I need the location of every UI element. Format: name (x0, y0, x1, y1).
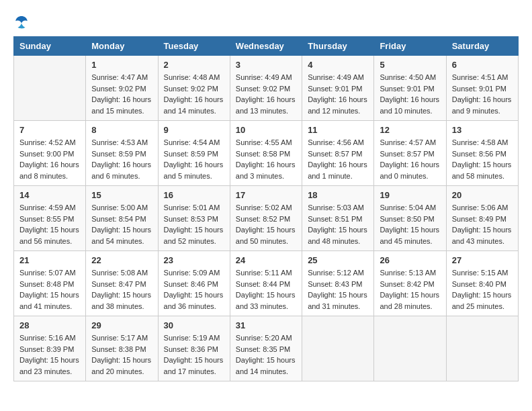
day-info: Sunrise: 4:51 AMSunset: 9:01 PMDaylight:… (452, 72, 513, 116)
day-number: 19 (380, 190, 440, 200)
day-number: 4 (308, 60, 368, 70)
day-info: Sunrise: 5:19 AMSunset: 8:36 PMDaylight:… (164, 332, 224, 377)
header-day-sunday: Sunday (14, 37, 86, 56)
week-row-4: 28Sunrise: 5:16 AMSunset: 8:39 PMDayligh… (14, 316, 519, 381)
header-day-saturday: Saturday (446, 37, 518, 56)
calendar-cell: 31Sunrise: 5:20 AMSunset: 8:35 PMDayligh… (230, 316, 302, 381)
header-day-wednesday: Wednesday (230, 37, 302, 56)
calendar-cell: 20Sunrise: 5:06 AMSunset: 8:49 PMDayligh… (446, 186, 518, 251)
day-info: Sunrise: 5:00 AMSunset: 8:54 PMDaylight:… (91, 202, 152, 246)
calendar-cell: 26Sunrise: 5:13 AMSunset: 8:42 PMDayligh… (374, 251, 446, 316)
calendar-cell: 7Sunrise: 4:52 AMSunset: 9:00 PMDaylight… (14, 121, 86, 186)
day-number: 13 (452, 125, 513, 135)
day-info: Sunrise: 5:09 AMSunset: 8:46 PMDaylight:… (164, 267, 224, 312)
day-number: 20 (452, 190, 513, 200)
calendar-cell: 9Sunrise: 4:54 AMSunset: 8:59 PMDaylight… (158, 121, 230, 186)
day-number: 24 (236, 255, 296, 265)
day-number: 23 (164, 255, 224, 265)
day-number: 11 (308, 125, 368, 135)
day-number: 29 (91, 320, 152, 330)
day-info: Sunrise: 4:53 AMSunset: 8:59 PMDaylight:… (91, 137, 152, 181)
week-row-2: 14Sunrise: 4:59 AMSunset: 8:55 PMDayligh… (14, 186, 519, 251)
day-number: 30 (164, 320, 224, 330)
day-number: 6 (452, 60, 513, 70)
day-info: Sunrise: 4:49 AMSunset: 9:02 PMDaylight:… (236, 72, 296, 116)
logo (13, 13, 32, 30)
calendar-table: SundayMondayTuesdayWednesdayThursdayFrid… (13, 36, 519, 381)
calendar-cell: 25Sunrise: 5:12 AMSunset: 8:43 PMDayligh… (302, 251, 374, 316)
calendar-cell: 22Sunrise: 5:08 AMSunset: 8:47 PMDayligh… (86, 251, 158, 316)
day-info: Sunrise: 4:59 AMSunset: 8:55 PMDaylight:… (19, 202, 80, 246)
day-number: 21 (19, 255, 80, 265)
week-row-3: 21Sunrise: 5:07 AMSunset: 8:48 PMDayligh… (14, 251, 519, 316)
week-row-0: 1Sunrise: 4:47 AMSunset: 9:02 PMDaylight… (14, 56, 519, 121)
day-number: 12 (380, 125, 440, 135)
week-row-1: 7Sunrise: 4:52 AMSunset: 9:00 PMDaylight… (14, 121, 519, 186)
calendar-cell: 3Sunrise: 4:49 AMSunset: 9:02 PMDaylight… (230, 56, 302, 121)
day-info: Sunrise: 4:54 AMSunset: 8:59 PMDaylight:… (164, 137, 224, 181)
calendar-cell: 18Sunrise: 5:03 AMSunset: 8:51 PMDayligh… (302, 186, 374, 251)
calendar-cell: 19Sunrise: 5:04 AMSunset: 8:50 PMDayligh… (374, 186, 446, 251)
day-number: 14 (19, 190, 80, 200)
calendar-cell: 5Sunrise: 4:50 AMSunset: 9:01 PMDaylight… (374, 56, 446, 121)
calendar-cell (374, 316, 446, 381)
day-info: Sunrise: 5:04 AMSunset: 8:50 PMDaylight:… (380, 202, 440, 246)
day-info: Sunrise: 5:13 AMSunset: 8:42 PMDaylight:… (380, 267, 440, 312)
day-info: Sunrise: 4:58 AMSunset: 8:56 PMDaylight:… (452, 137, 513, 181)
day-info: Sunrise: 5:16 AMSunset: 8:39 PMDaylight:… (19, 332, 80, 377)
day-number: 2 (164, 60, 224, 70)
day-number: 9 (164, 125, 224, 135)
calendar-cell: 12Sunrise: 4:57 AMSunset: 8:57 PMDayligh… (374, 121, 446, 186)
day-number: 8 (91, 125, 152, 135)
day-info: Sunrise: 5:06 AMSunset: 8:49 PMDaylight:… (452, 202, 513, 246)
calendar-cell: 14Sunrise: 4:59 AMSunset: 8:55 PMDayligh… (14, 186, 86, 251)
day-info: Sunrise: 4:56 AMSunset: 8:57 PMDaylight:… (308, 137, 368, 181)
calendar-cell: 13Sunrise: 4:58 AMSunset: 8:56 PMDayligh… (446, 121, 518, 186)
calendar-cell: 24Sunrise: 5:11 AMSunset: 8:44 PMDayligh… (230, 251, 302, 316)
day-info: Sunrise: 4:52 AMSunset: 9:00 PMDaylight:… (19, 137, 80, 181)
calendar-cell: 28Sunrise: 5:16 AMSunset: 8:39 PMDayligh… (14, 316, 86, 381)
calendar-cell: 23Sunrise: 5:09 AMSunset: 8:46 PMDayligh… (158, 251, 230, 316)
day-info: Sunrise: 4:57 AMSunset: 8:57 PMDaylight:… (380, 137, 440, 181)
day-number: 27 (452, 255, 513, 265)
day-number: 25 (308, 255, 368, 265)
header-day-thursday: Thursday (302, 37, 374, 56)
calendar-cell: 29Sunrise: 5:17 AMSunset: 8:38 PMDayligh… (86, 316, 158, 381)
calendar-cell: 8Sunrise: 4:53 AMSunset: 8:59 PMDaylight… (86, 121, 158, 186)
day-info: Sunrise: 5:07 AMSunset: 8:48 PMDaylight:… (19, 267, 80, 312)
calendar-cell: 30Sunrise: 5:19 AMSunset: 8:36 PMDayligh… (158, 316, 230, 381)
header-day-tuesday: Tuesday (158, 37, 230, 56)
page-header (13, 13, 519, 30)
day-info: Sunrise: 5:11 AMSunset: 8:44 PMDaylight:… (236, 267, 296, 312)
calendar-cell: 10Sunrise: 4:55 AMSunset: 8:58 PMDayligh… (230, 121, 302, 186)
day-info: Sunrise: 4:48 AMSunset: 9:02 PMDaylight:… (164, 72, 224, 116)
calendar-cell: 16Sunrise: 5:01 AMSunset: 8:53 PMDayligh… (158, 186, 230, 251)
day-info: Sunrise: 5:02 AMSunset: 8:52 PMDaylight:… (236, 202, 296, 246)
day-number: 22 (91, 255, 152, 265)
day-number: 17 (236, 190, 296, 200)
day-number: 16 (164, 190, 224, 200)
calendar-cell: 4Sunrise: 4:49 AMSunset: 9:01 PMDaylight… (302, 56, 374, 121)
calendar-cell: 17Sunrise: 5:02 AMSunset: 8:52 PMDayligh… (230, 186, 302, 251)
day-number: 28 (19, 320, 80, 330)
day-info: Sunrise: 5:03 AMSunset: 8:51 PMDaylight:… (308, 202, 368, 246)
day-number: 15 (91, 190, 152, 200)
day-info: Sunrise: 5:20 AMSunset: 8:35 PMDaylight:… (236, 332, 296, 377)
day-number: 7 (19, 125, 80, 135)
day-number: 5 (380, 60, 440, 70)
calendar-cell: 15Sunrise: 5:00 AMSunset: 8:54 PMDayligh… (86, 186, 158, 251)
day-info: Sunrise: 4:55 AMSunset: 8:58 PMDaylight:… (236, 137, 296, 181)
calendar-cell: 1Sunrise: 4:47 AMSunset: 9:02 PMDaylight… (86, 56, 158, 121)
calendar-cell (302, 316, 374, 381)
day-info: Sunrise: 5:15 AMSunset: 8:40 PMDaylight:… (452, 267, 513, 312)
day-info: Sunrise: 5:01 AMSunset: 8:53 PMDaylight:… (164, 202, 224, 246)
day-number: 31 (236, 320, 296, 330)
day-info: Sunrise: 5:12 AMSunset: 8:43 PMDaylight:… (308, 267, 368, 312)
calendar-header-row: SundayMondayTuesdayWednesdayThursdayFrid… (14, 37, 519, 56)
day-info: Sunrise: 4:49 AMSunset: 9:01 PMDaylight:… (308, 72, 368, 116)
day-number: 10 (236, 125, 296, 135)
calendar-cell: 11Sunrise: 4:56 AMSunset: 8:57 PMDayligh… (302, 121, 374, 186)
day-number: 1 (91, 60, 152, 70)
calendar-cell: 2Sunrise: 4:48 AMSunset: 9:02 PMDaylight… (158, 56, 230, 121)
day-info: Sunrise: 4:47 AMSunset: 9:02 PMDaylight:… (91, 72, 152, 116)
